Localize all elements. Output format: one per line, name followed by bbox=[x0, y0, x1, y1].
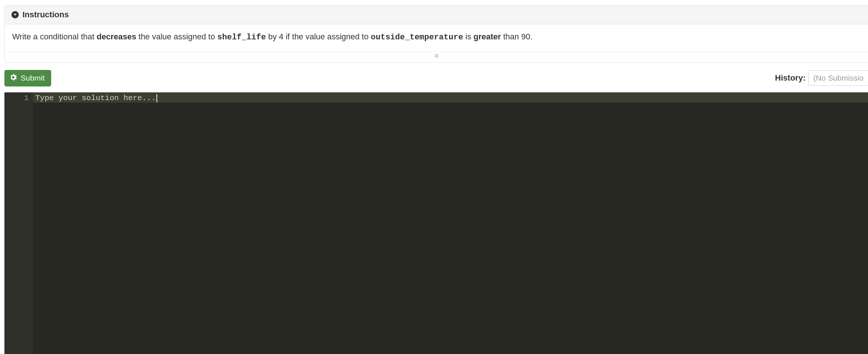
gear-icon bbox=[10, 74, 17, 83]
instructions-header[interactable]: Instructions bbox=[5, 6, 868, 24]
history-section: History: (No Submissio bbox=[775, 70, 868, 86]
editor-gutter: 1 bbox=[4, 92, 33, 354]
instructions-title: Instructions bbox=[22, 10, 69, 20]
code-editor[interactable]: 1 Type your solution here... bbox=[4, 92, 868, 354]
expand-collapse-bar[interactable] bbox=[5, 52, 868, 62]
editor-placeholder: Type your solution here... bbox=[33, 92, 868, 103]
text-cursor bbox=[156, 94, 157, 102]
history-select-value: (No Submissio bbox=[813, 74, 864, 82]
instructions-body: Write a conditional that decreases the v… bbox=[5, 24, 868, 52]
instruction-bold-decreases: decreases bbox=[97, 32, 137, 41]
instruction-bold-greater: greater bbox=[473, 32, 501, 41]
history-select[interactable]: (No Submissio bbox=[808, 70, 868, 86]
toolbar: Submit History: (No Submissio bbox=[0, 63, 868, 92]
chevron-down-icon bbox=[11, 11, 19, 18]
instruction-text: than 90. bbox=[501, 32, 533, 41]
instruction-text: the value assigned to bbox=[136, 32, 217, 41]
submit-button[interactable]: Submit bbox=[4, 70, 51, 86]
instruction-code-shelf-life: shelf_life bbox=[217, 33, 266, 42]
double-chevron-down-icon bbox=[433, 53, 440, 61]
instruction-text: by 4 if the value assigned to bbox=[266, 32, 371, 41]
history-label: History: bbox=[775, 73, 805, 83]
instruction-text: is bbox=[463, 32, 473, 41]
line-number: 1 bbox=[4, 93, 29, 103]
editor-code-area[interactable]: Type your solution here... bbox=[33, 92, 868, 354]
instructions-panel: Instructions Write a conditional that de… bbox=[4, 5, 868, 63]
instruction-text: Write a conditional that bbox=[12, 32, 97, 41]
submit-button-label: Submit bbox=[21, 74, 45, 82]
instruction-code-outside-temperature: outside_temperature bbox=[371, 33, 463, 42]
